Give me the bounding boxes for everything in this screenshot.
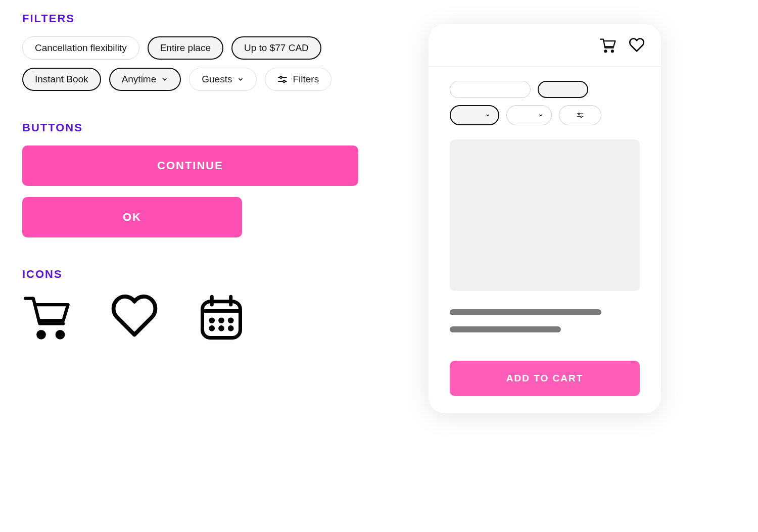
chip-anytime-dropdown[interactable]: Anytime <box>109 68 181 91</box>
svg-point-21 <box>581 116 582 117</box>
mini-chip-dropdown[interactable] <box>506 105 552 125</box>
calendar-icon <box>196 292 247 343</box>
chip-label: Instant Book <box>35 74 88 85</box>
section-title-icons: ICONS <box>22 268 386 281</box>
svg-point-12 <box>229 319 232 322</box>
svg-point-5 <box>57 331 64 338</box>
image-placeholder <box>450 139 640 291</box>
chip-filters-toggle[interactable]: Filters <box>265 68 331 91</box>
chevron-down-icon <box>161 76 168 83</box>
svg-point-19 <box>578 113 580 115</box>
svg-point-4 <box>38 331 44 338</box>
svg-point-14 <box>220 327 223 330</box>
chip-cancellation-flexibility[interactable]: Cancellation flexibility <box>22 36 139 60</box>
mini-chip-dropdown[interactable] <box>450 105 499 125</box>
chip-label: Up to $77 CAD <box>244 42 309 54</box>
card-header <box>429 24 661 67</box>
text-placeholder-line <box>450 326 561 332</box>
card-filter-row <box>450 81 640 125</box>
heart-icon[interactable] <box>628 37 646 54</box>
cart-icon <box>22 292 73 343</box>
chip-label: Entire place <box>160 42 211 54</box>
chevron-down-icon <box>538 113 543 118</box>
heart-icon <box>109 292 160 343</box>
chip-label: Guests <box>202 74 232 85</box>
preview-card: ADD TO CART <box>429 24 661 413</box>
add-to-cart-button[interactable]: ADD TO CART <box>450 361 640 396</box>
chip-instant-book[interactable]: Instant Book <box>22 68 101 91</box>
mini-chip[interactable] <box>450 81 531 98</box>
chevron-down-icon <box>485 113 490 118</box>
chip-label: Filters <box>293 74 319 85</box>
cart-icon[interactable] <box>599 37 618 54</box>
chip-entire-place[interactable]: Entire place <box>148 36 223 60</box>
section-title-buttons: BUTTONS <box>22 121 386 134</box>
ok-button[interactable]: OK <box>22 197 242 237</box>
svg-point-13 <box>211 327 213 330</box>
chip-label: Cancellation flexibility <box>35 42 127 54</box>
section-title-filters: FILTERS <box>22 12 386 25</box>
svg-point-10 <box>211 319 213 322</box>
icon-showcase-row <box>22 292 386 343</box>
sliders-icon <box>277 75 288 83</box>
svg-point-15 <box>229 327 232 330</box>
svg-point-3 <box>283 80 286 82</box>
svg-point-11 <box>220 319 223 322</box>
svg-point-1 <box>280 76 282 78</box>
svg-point-17 <box>611 50 613 52</box>
chevron-down-icon <box>237 76 244 83</box>
continue-button[interactable]: CONTINUE <box>22 146 358 186</box>
text-placeholder-line <box>450 309 601 315</box>
svg-point-16 <box>604 50 606 52</box>
chip-label: Anytime <box>122 74 157 85</box>
mini-chip-selected[interactable] <box>538 81 588 98</box>
chip-guests-dropdown[interactable]: Guests <box>189 68 257 91</box>
filter-chip-row: Cancellation flexibility Entire place Up… <box>22 36 386 91</box>
chip-price-max[interactable]: Up to $77 CAD <box>231 36 321 60</box>
sliders-icon <box>577 112 584 118</box>
mini-chip-filters[interactable] <box>559 105 601 125</box>
